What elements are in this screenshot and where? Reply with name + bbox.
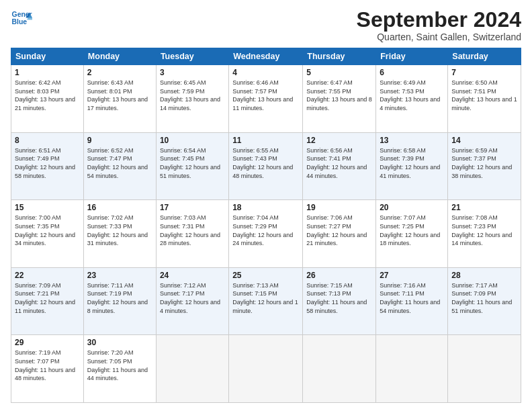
weekday-header: Monday xyxy=(83,48,156,65)
day-number: 15 xyxy=(15,203,80,212)
day-number: 20 xyxy=(380,203,444,212)
day-info: Sunrise: 7:13 AMSunset: 7:15 PMDaylight:… xyxy=(232,281,299,315)
day-info: Sunrise: 6:54 AMSunset: 7:45 PMDaylight:… xyxy=(160,146,225,180)
day-info: Sunrise: 7:09 AMSunset: 7:21 PMDaylight:… xyxy=(15,281,80,315)
calendar-cell: 11 Sunrise: 6:55 AMSunset: 7:43 PMDaylig… xyxy=(229,132,303,200)
location: Quarten, Saint Gallen, Switzerland xyxy=(357,32,521,42)
day-info: Sunrise: 7:08 AMSunset: 7:23 PMDaylight:… xyxy=(451,214,517,247)
weekday-header: Tuesday xyxy=(156,48,228,65)
day-info: Sunrise: 7:00 AMSunset: 7:35 PMDaylight:… xyxy=(15,214,80,247)
calendar-cell: 20 Sunrise: 7:07 AMSunset: 7:25 PMDaylig… xyxy=(376,200,448,268)
calendar-cell: 14 Sunrise: 6:59 AMSunset: 7:37 PMDaylig… xyxy=(448,132,521,200)
calendar-cell: 19 Sunrise: 7:06 AMSunset: 7:27 PMDaylig… xyxy=(303,200,376,268)
page-header: General Blue September 2024 Quarten, Sai… xyxy=(11,8,521,42)
weekday-header: Thursday xyxy=(303,48,376,65)
day-number: 17 xyxy=(160,203,225,212)
calendar-cell: 18 Sunrise: 7:04 AMSunset: 7:29 PMDaylig… xyxy=(229,200,303,268)
day-info: Sunrise: 7:07 AMSunset: 7:25 PMDaylight:… xyxy=(380,214,444,247)
calendar-cell: 28 Sunrise: 7:17 AMSunset: 7:09 PMDaylig… xyxy=(448,267,521,335)
calendar-cell: 8 Sunrise: 6:51 AMSunset: 7:49 PMDayligh… xyxy=(11,132,84,200)
day-info: Sunrise: 7:16 AMSunset: 7:11 PMDaylight:… xyxy=(380,281,444,315)
calendar-cell: 27 Sunrise: 7:16 AMSunset: 7:11 PMDaylig… xyxy=(376,267,448,335)
day-info: Sunrise: 7:03 AMSunset: 7:31 PMDaylight:… xyxy=(160,214,225,247)
day-number: 29 xyxy=(15,338,80,347)
calendar-cell: 26 Sunrise: 7:15 AMSunset: 7:13 PMDaylig… xyxy=(303,267,376,335)
day-number: 14 xyxy=(451,136,517,145)
day-number: 6 xyxy=(380,68,444,77)
day-number: 23 xyxy=(87,271,152,280)
day-number: 5 xyxy=(306,68,372,77)
day-info: Sunrise: 7:19 AMSunset: 7:07 PMDaylight:… xyxy=(15,349,80,382)
day-info: Sunrise: 6:52 AMSunset: 7:47 PMDaylight:… xyxy=(87,146,152,180)
calendar-cell xyxy=(448,335,521,403)
logo: General Blue xyxy=(11,8,32,30)
calendar-cell xyxy=(229,335,303,403)
day-info: Sunrise: 6:55 AMSunset: 7:43 PMDaylight:… xyxy=(232,146,299,180)
day-info: Sunrise: 7:12 AMSunset: 7:17 PMDaylight:… xyxy=(160,281,225,315)
weekday-header: Wednesday xyxy=(229,48,303,65)
day-number: 3 xyxy=(160,68,225,77)
day-info: Sunrise: 6:51 AMSunset: 7:49 PMDaylight:… xyxy=(15,146,80,180)
day-number: 19 xyxy=(306,203,372,212)
day-number: 9 xyxy=(87,136,152,145)
calendar-cell: 16 Sunrise: 7:02 AMSunset: 7:33 PMDaylig… xyxy=(83,200,156,268)
day-number: 21 xyxy=(451,203,517,212)
calendar-cell: 17 Sunrise: 7:03 AMSunset: 7:31 PMDaylig… xyxy=(156,200,228,268)
day-info: Sunrise: 6:42 AMSunset: 8:03 PMDaylight:… xyxy=(15,79,80,112)
day-number: 10 xyxy=(160,136,225,145)
day-number: 22 xyxy=(15,271,80,280)
day-info: Sunrise: 7:17 AMSunset: 7:09 PMDaylight:… xyxy=(451,281,517,315)
calendar-cell: 29 Sunrise: 7:19 AMSunset: 7:07 PMDaylig… xyxy=(11,335,84,403)
calendar-cell: 12 Sunrise: 6:56 AMSunset: 7:41 PMDaylig… xyxy=(303,132,376,200)
day-number: 18 xyxy=(232,203,299,212)
day-number: 1 xyxy=(15,68,80,77)
calendar-cell: 23 Sunrise: 7:11 AMSunset: 7:19 PMDaylig… xyxy=(83,267,156,335)
month-title: September 2024 xyxy=(357,8,521,32)
day-info: Sunrise: 6:50 AMSunset: 7:51 PMDaylight:… xyxy=(451,79,517,112)
calendar-cell: 4 Sunrise: 6:46 AMSunset: 7:57 PMDayligh… xyxy=(229,65,303,133)
title-block: September 2024 Quarten, Saint Gallen, Sw… xyxy=(357,8,521,42)
calendar-cell: 6 Sunrise: 6:49 AMSunset: 7:53 PMDayligh… xyxy=(376,65,448,133)
day-number: 24 xyxy=(160,271,225,280)
calendar-cell: 13 Sunrise: 6:58 AMSunset: 7:39 PMDaylig… xyxy=(376,132,448,200)
day-info: Sunrise: 6:56 AMSunset: 7:41 PMDaylight:… xyxy=(306,146,372,180)
day-number: 30 xyxy=(87,338,152,347)
day-number: 12 xyxy=(306,136,372,145)
calendar-cell: 1 Sunrise: 6:42 AMSunset: 8:03 PMDayligh… xyxy=(11,65,84,133)
day-info: Sunrise: 7:06 AMSunset: 7:27 PMDaylight:… xyxy=(306,214,372,247)
calendar-cell: 9 Sunrise: 6:52 AMSunset: 7:47 PMDayligh… xyxy=(83,132,156,200)
day-info: Sunrise: 7:02 AMSunset: 7:33 PMDaylight:… xyxy=(87,214,152,247)
svg-text:Blue: Blue xyxy=(12,18,28,26)
calendar-table: SundayMondayTuesdayWednesdayThursdayFrid… xyxy=(11,48,521,403)
day-info: Sunrise: 7:15 AMSunset: 7:13 PMDaylight:… xyxy=(306,281,372,315)
day-info: Sunrise: 6:46 AMSunset: 7:57 PMDaylight:… xyxy=(232,79,299,112)
day-info: Sunrise: 6:59 AMSunset: 7:37 PMDaylight:… xyxy=(451,146,517,180)
day-info: Sunrise: 7:11 AMSunset: 7:19 PMDaylight:… xyxy=(87,281,152,315)
calendar-cell: 3 Sunrise: 6:45 AMSunset: 7:59 PMDayligh… xyxy=(156,65,228,133)
day-number: 11 xyxy=(232,136,299,145)
day-number: 28 xyxy=(451,271,517,280)
calendar-cell xyxy=(376,335,448,403)
weekday-header: Friday xyxy=(376,48,448,65)
calendar-cell: 21 Sunrise: 7:08 AMSunset: 7:23 PMDaylig… xyxy=(448,200,521,268)
calendar-cell: 5 Sunrise: 6:47 AMSunset: 7:55 PMDayligh… xyxy=(303,65,376,133)
day-number: 27 xyxy=(380,271,444,280)
day-number: 7 xyxy=(451,68,517,77)
day-number: 2 xyxy=(87,68,152,77)
day-info: Sunrise: 6:49 AMSunset: 7:53 PMDaylight:… xyxy=(380,79,444,112)
day-info: Sunrise: 6:43 AMSunset: 8:01 PMDaylight:… xyxy=(87,79,152,112)
day-number: 13 xyxy=(380,136,444,145)
calendar-cell: 2 Sunrise: 6:43 AMSunset: 8:01 PMDayligh… xyxy=(83,65,156,133)
day-info: Sunrise: 7:04 AMSunset: 7:29 PMDaylight:… xyxy=(232,214,299,247)
day-info: Sunrise: 6:47 AMSunset: 7:55 PMDaylight:… xyxy=(306,79,372,112)
day-number: 25 xyxy=(232,271,299,280)
day-number: 16 xyxy=(87,203,152,212)
calendar-cell xyxy=(156,335,228,403)
day-number: 4 xyxy=(232,68,299,77)
calendar-cell: 10 Sunrise: 6:54 AMSunset: 7:45 PMDaylig… xyxy=(156,132,228,200)
day-info: Sunrise: 6:45 AMSunset: 7:59 PMDaylight:… xyxy=(160,79,225,112)
day-info: Sunrise: 6:58 AMSunset: 7:39 PMDaylight:… xyxy=(380,146,444,180)
day-number: 26 xyxy=(306,271,372,280)
calendar-cell: 25 Sunrise: 7:13 AMSunset: 7:15 PMDaylig… xyxy=(229,267,303,335)
day-number: 8 xyxy=(15,136,80,145)
